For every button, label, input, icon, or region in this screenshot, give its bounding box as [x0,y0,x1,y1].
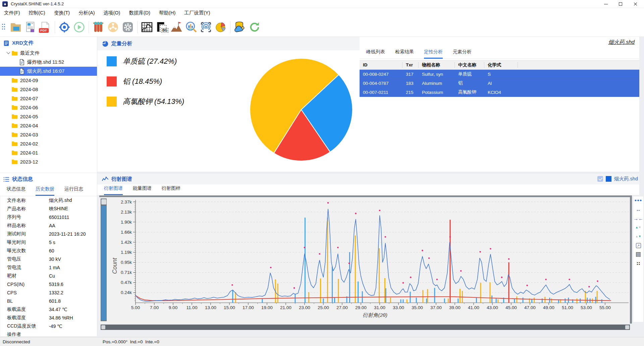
table-column-header[interactable]: Txr [402,62,419,68]
sample-tubes-icon[interactable] [91,19,106,35]
tree-folder-item[interactable]: 2024-01 [0,148,97,157]
report-icon[interactable]: . [23,19,38,35]
tree-folder-item[interactable]: 2024-09 [0,76,97,85]
open-folder-icon[interactable] [8,19,23,35]
status-row-label: 板载湿度 [0,315,49,321]
table-cell: 215 [402,90,419,95]
svg-text:25.00: 25.00 [318,305,329,310]
chart-tool-strip: ●●● ↔ →← ▲▼ ▲▼ ↗ ∷ [633,196,643,322]
grid-toggle-icon[interactable] [635,251,642,257]
tree-item-label: 2024-05 [20,114,38,119]
table-column-header[interactable]: 化学式 [484,62,518,68]
title-bar: ◆ CrystalX.SHINE ver-1.4.5.2 [0,0,644,8]
table-cell: 00-004-0787 [360,81,402,86]
menu-item[interactable]: 文件(F) [4,10,20,16]
pie-legend-item: 高氯酸钾 (54.13%) [107,97,184,107]
start-measure-icon[interactable] [72,19,87,35]
tree-item-label: 爆炸物.shd 11:52 [27,59,64,65]
fullscreen-icon[interactable]: ↗ [635,242,642,248]
settings-gear-icon[interactable] [120,19,135,35]
spectrum-tab[interactable]: 衍射图谱 [104,185,123,195]
minimize-button[interactable] [598,0,613,8]
table-cell: 单质硫 [455,71,484,77]
spectrum-tab[interactable]: 衍射图样 [162,185,180,195]
qual-tabs: 峰线列表检索结果定性分析元素分析 [360,48,639,59]
status-tab[interactable]: 运行日志 [64,186,83,196]
expand-horizontal-icon[interactable]: ↔ [635,206,642,212]
tree-folder-item[interactable]: 2024-06 [0,103,97,112]
background-subtract-icon[interactable]: BG [154,19,169,35]
tree-folder-item[interactable]: 2024-04 [0,121,97,130]
status-row-label: 曝光次数 [0,248,49,254]
target-icon[interactable] [57,19,72,35]
tree-file-item[interactable]: 爆炸物.shd 11:52 [0,58,97,67]
qual-tab[interactable]: 峰线列表 [366,49,385,59]
tree-folder-item[interactable]: 2024-05 [0,112,97,121]
table-row[interactable]: 00-004-0787183Aluminum铝Al [360,79,639,88]
menu-item[interactable]: 控制(C) [29,10,45,16]
table-row[interactable]: 00-007-0211215Potassium高氯酸钾KClO4 [360,88,639,97]
compress-horizontal-icon[interactable]: →← [635,215,642,221]
menu-item[interactable]: 帮助(H) [159,10,175,16]
tree-folder-item[interactable]: 2024-07 [0,94,97,103]
status-header: 状态信息 [0,173,97,185]
tree-folder-item[interactable]: 最近文件 [0,49,97,58]
scale-up-icon[interactable]: ▲▼ [635,224,642,230]
tree-folder-item[interactable]: 2024-03 [0,130,97,139]
menu-item[interactable]: 数据库(D) [129,10,150,16]
search-analyze-icon[interactable] [184,19,199,35]
refresh-icon[interactable] [247,19,262,35]
more-options-icon[interactable]: ●●● [635,197,642,203]
svg-text:21.00: 21.00 [280,305,291,310]
vertical-zoom-slider[interactable] [101,198,107,321]
fingerprint-match-icon[interactable] [199,19,213,35]
table-column-header[interactable]: 中文名称 [455,62,484,68]
menu-item[interactable]: 选项(O) [104,10,120,16]
pdf-export-icon[interactable]: PDF [38,19,53,35]
points-toggle-icon[interactable]: ∷ [635,261,642,267]
horizontal-range-scrollbar[interactable] [101,325,630,330]
database-sync-icon[interactable] [232,19,247,35]
menu-item[interactable]: 工厂设置(Y) [184,10,210,16]
close-button[interactable] [628,0,643,8]
table-row[interactable]: 00-008-0247317Sulfur, syn单质硫S [360,70,639,79]
table-cell: 317 [402,72,419,77]
qual-tab[interactable]: 元素分析 [453,49,472,59]
spectrum-tab[interactable]: 能量图谱 [133,185,152,195]
status-tab[interactable]: 状态信息 [7,186,25,196]
svg-text:2.13k: 2.13k [121,210,132,215]
status-row-label: 测试时间 [0,231,49,237]
menu-item[interactable]: 分析(A) [78,10,95,16]
xrd-spectrum-chart: 0.24k0.47k0.71k0.95k1.19k1.42k1.66k1.90k… [107,197,630,324]
current-file-label: 烟火药.shd [608,39,635,46]
status-row-value: 60 [49,248,54,253]
tree-item-label: 2024-02 [20,141,38,147]
spectrum-grid-icon[interactable] [140,19,154,35]
status-row-label: 操作者 [0,332,49,337]
quant-pie-icon[interactable] [213,19,228,35]
tree-folder-item[interactable]: 2024-08 [0,85,97,94]
file-visibility-checkbox[interactable] [597,176,603,182]
tree-file-item[interactable]: 烟火药.shd 16:07 [0,67,97,76]
qual-tab[interactable]: 定性分析 [424,49,443,59]
peak-mountain-icon[interactable] [169,19,184,35]
menu-item[interactable]: 变换(T) [54,10,70,16]
scale-down-icon[interactable]: ▲▼ [635,233,642,239]
phase-table: IDTxr物相名称中文名称化学式00-008-0247317Sulfur, sy… [360,60,639,97]
maximize-button[interactable] [613,0,628,8]
tree-folder-item[interactable]: 2023-12 [0,157,97,166]
tree-item-label: 烟火药.shd 16:07 [27,68,64,74]
qual-tab[interactable]: 检索结果 [395,49,414,59]
table-cell: KClO4 [484,90,518,95]
table-column-header[interactable]: ID [360,62,402,68]
tree-folder-item[interactable]: 2024-02 [0,139,97,148]
xray-radiation-icon[interactable] [106,19,120,35]
svg-text:41.00: 41.00 [468,305,479,310]
svg-text:0.95k: 0.95k [121,260,132,265]
svg-text:53.00: 53.00 [581,305,592,310]
table-column-header[interactable]: 物相名称 [419,62,455,68]
tree-item-label: 2024-01 [20,150,38,156]
file-sidebar: XRD文件 最近文件爆炸物.shd 11:52烟火药.shd 16:072024… [0,37,97,336]
svg-text:47.00: 47.00 [524,305,536,310]
status-tab[interactable]: 历史数据 [36,186,54,196]
